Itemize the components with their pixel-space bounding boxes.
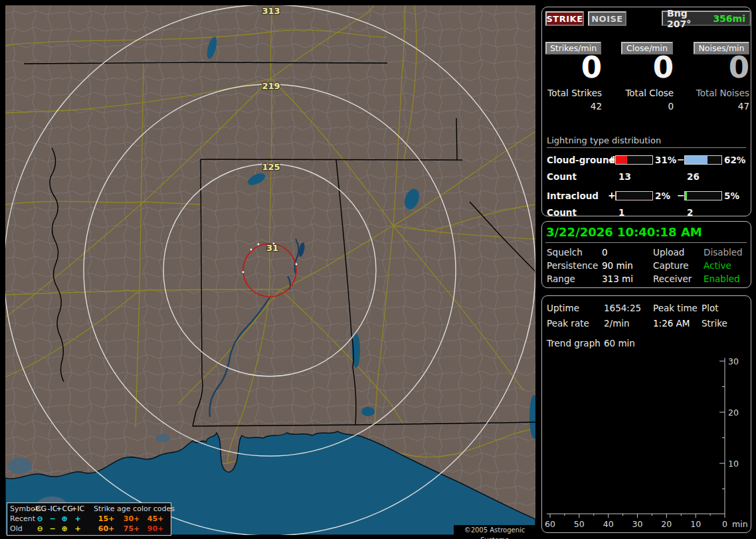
capture-status: Active [704, 260, 731, 271]
legend-age-header: Strike age color codes [94, 504, 168, 514]
radar-map[interactable]: 313 219 125 31 [5, 5, 535, 535]
peak-rate-row: Peak rate 2/min 1:26 AM Strike [542, 318, 751, 331]
range-label: Range [547, 273, 575, 284]
legend-recent-row: Recent ⊖ − ⊕ + 15+ 30+ 45+ [7, 514, 171, 524]
x-tick-0: 0 [722, 519, 727, 529]
cg-negative-pct: 62% [724, 155, 745, 165]
status-panel: 3/22/2026 10:40:18 AM Squelch 0 Upload D… [541, 221, 751, 288]
minus-sign: − [677, 154, 685, 165]
bearing-distance: 356mi [713, 13, 745, 24]
upload-status: Disabled [704, 247, 743, 258]
bearing-display: Bng 207° 356mi [662, 11, 751, 26]
total-noises-label: Total Noises [686, 88, 749, 98]
cg-positive-count: 13 [618, 171, 631, 182]
trend-axes [547, 358, 725, 518]
ic-count-label: Count [547, 207, 577, 218]
bearing-value: Bng 207° [667, 8, 713, 29]
ring-label-219: 219 [262, 81, 280, 91]
capture-label: Capture [653, 260, 689, 271]
copyright-bar: ©2005 Astrogenic Systems [454, 525, 535, 535]
total-close-value: 0 [611, 101, 674, 112]
strike-counter-panel: STRIKE NOISE Bng 207° 356mi Strikes/min … [541, 7, 751, 216]
trend-graph-chart: 30 20 10 60 50 40 30 20 10 0 min [542, 352, 751, 530]
ring-label-125: 125 [262, 162, 280, 172]
persistence-value: 90 min [602, 260, 633, 271]
settings-row: Persistence 90 min Capture Active [542, 260, 751, 273]
datetime-display: 3/22/2026 10:40:18 AM [546, 225, 702, 239]
plot-label: Plot [702, 303, 718, 313]
cg-negative-fill [685, 156, 708, 164]
ic-negative-count: 2 [687, 207, 693, 218]
distribution-title: Lightning type distribution [547, 135, 746, 148]
trend-axis-labels: 30 20 10 60 50 40 30 20 10 0 min [545, 356, 748, 529]
lake [361, 407, 375, 416]
cg-positive-fill [616, 156, 627, 164]
minus-sign: − [677, 190, 685, 200]
ring-label-31: 31 [266, 243, 278, 253]
x-tick-50: 50 [574, 519, 585, 529]
squelch-value: 0 [602, 247, 608, 258]
nexstorm-window: { "map": { "ring_labels": ["313", "219",… [0, 0, 756, 539]
plus-sign: + [608, 190, 616, 200]
ic-negative-fill [685, 192, 687, 200]
total-strikes-label: Total Strikes [539, 88, 602, 98]
legend-col-pos-ic: +IC [68, 504, 87, 514]
cg-negative-count: 26 [687, 171, 700, 182]
upload-label: Upload [653, 247, 684, 258]
y-tick-10: 10 [728, 459, 739, 469]
ic-positive-fill [616, 192, 616, 200]
age-code-75: 75+ [120, 524, 143, 534]
cg-positive-bar [615, 155, 653, 165]
x-tick-20: 20 [661, 519, 672, 529]
plot-value: Strike [702, 318, 727, 329]
total-close-label: Total Close [611, 88, 674, 98]
noise-mode-button[interactable]: NOISE [588, 11, 626, 26]
total-noises-value: 47 [686, 101, 749, 112]
intracloud-label: Intracloud [547, 191, 599, 201]
peak-rate-label: Peak rate [547, 318, 589, 329]
receiver-status: Enabled [704, 273, 740, 284]
divider [545, 242, 747, 243]
squelch-label: Squelch [547, 247, 583, 258]
cg-count-label: Count [547, 171, 577, 182]
old-pos-ic-icon: + [68, 524, 87, 534]
trend-graph-value: 60 min [604, 338, 635, 348]
coastal-lake [8, 458, 32, 474]
noises-per-min-value: 0 [690, 52, 749, 83]
x-tick-40: 40 [603, 519, 614, 529]
peak-time-label: Peak time [653, 303, 698, 313]
legend-header-row: Symbols -CG -IC +CG +IC Strike age color… [7, 504, 171, 514]
strike-mode-button[interactable]: STRIKE [545, 11, 584, 26]
legend-old-row: Old ⊖ − ⊕ + 60+ 75+ 90+ [7, 524, 171, 534]
settings-row: Range 313 mi Receiver Enabled [542, 273, 751, 287]
x-tick-10: 10 [690, 519, 701, 529]
age-code-90: 90+ [144, 524, 167, 534]
cg-positive-pct: 31% [655, 155, 676, 165]
ic-positive-count: 1 [618, 207, 624, 218]
close-per-min-value: 0 [614, 52, 674, 83]
uptime-row: Uptime 1654:25 Peak time Plot [542, 303, 751, 316]
age-code-45: 45+ [144, 514, 167, 524]
peak-time-value: 1:26 AM [653, 318, 690, 329]
trend-panel: Uptime 1654:25 Peak time Plot Peak rate … [541, 295, 751, 533]
map-canvas: 313 219 125 31 [5, 5, 535, 535]
age-code-30: 30+ [120, 514, 143, 524]
ic-negative-bar [684, 191, 722, 200]
uptime-value: 1654:25 [604, 303, 641, 313]
ic-positive-bar [615, 191, 653, 200]
plus-sign: + [608, 154, 616, 165]
settings-row: Squelch 0 Upload Disabled [542, 247, 751, 260]
map-legend: Symbols -CG -IC +CG +IC Strike age color… [7, 502, 171, 536]
trend-graph-row: Trend graph 60 min [542, 338, 751, 351]
ic-positive-pct: 2% [655, 191, 670, 201]
persistence-label: Persistence [547, 260, 598, 271]
x-tick-60: 60 [545, 519, 555, 529]
x-tick-30: 30 [632, 519, 643, 529]
x-unit-label: min [732, 519, 748, 529]
cg-negative-bar [684, 155, 722, 165]
ring-label-313: 313 [262, 6, 280, 16]
y-tick-30: 30 [728, 356, 739, 366]
ic-negative-pct: 5% [724, 191, 739, 201]
coastal-lake [155, 434, 170, 442]
peak-rate-value: 2/min [604, 318, 630, 329]
